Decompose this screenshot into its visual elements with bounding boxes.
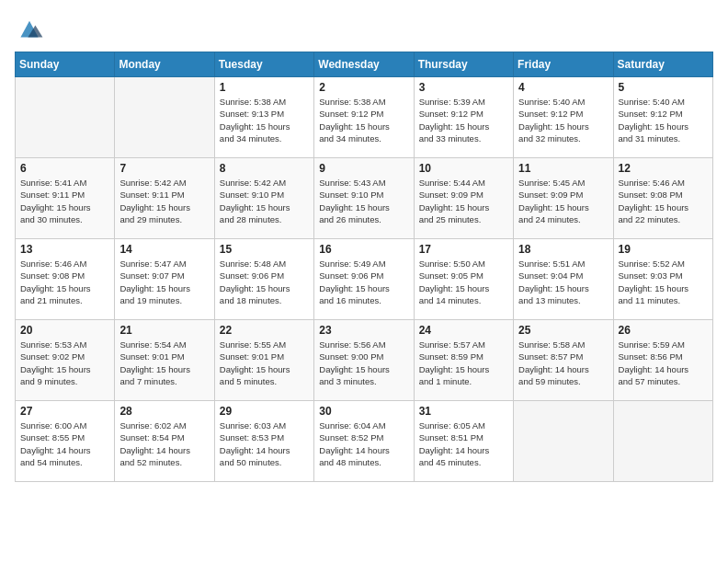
day-info: Sunrise: 6:02 AM Sunset: 8:54 PM Dayligh… bbox=[119, 419, 209, 468]
day-number: 29 bbox=[220, 405, 309, 418]
calendar-cell: 20Sunrise: 5:53 AM Sunset: 9:02 PM Dayli… bbox=[16, 320, 115, 401]
calendar-cell bbox=[115, 77, 214, 158]
day-info: Sunrise: 5:41 AM Sunset: 9:11 PM Dayligh… bbox=[20, 177, 109, 225]
calendar-cell: 15Sunrise: 5:48 AM Sunset: 9:06 PM Dayli… bbox=[214, 239, 313, 320]
calendar-cell: 22Sunrise: 5:55 AM Sunset: 9:01 PM Dayli… bbox=[214, 320, 313, 401]
calendar-cell: 27Sunrise: 6:00 AM Sunset: 8:55 PM Dayli… bbox=[16, 401, 115, 482]
day-number: 24 bbox=[419, 324, 508, 337]
day-number: 22 bbox=[220, 324, 309, 337]
calendar-cell: 30Sunrise: 6:04 AM Sunset: 8:52 PM Dayli… bbox=[314, 401, 414, 482]
day-number: 1 bbox=[220, 81, 309, 94]
calendar-cell: 10Sunrise: 5:44 AM Sunset: 9:09 PM Dayli… bbox=[414, 158, 513, 239]
day-info: Sunrise: 5:45 AM Sunset: 9:09 PM Dayligh… bbox=[518, 177, 608, 225]
weekday-header-sunday: Sunday bbox=[16, 52, 115, 77]
day-number: 16 bbox=[319, 243, 408, 256]
calendar-cell: 3Sunrise: 5:39 AM Sunset: 9:12 PM Daylig… bbox=[414, 77, 513, 158]
calendar-cell: 6Sunrise: 5:41 AM Sunset: 9:11 PM Daylig… bbox=[16, 158, 115, 239]
calendar-cell: 25Sunrise: 5:58 AM Sunset: 8:57 PM Dayli… bbox=[514, 320, 613, 401]
day-info: Sunrise: 5:59 AM Sunset: 8:56 PM Dayligh… bbox=[619, 339, 708, 387]
week-row-2: 6Sunrise: 5:41 AM Sunset: 9:11 PM Daylig… bbox=[16, 158, 713, 239]
day-info: Sunrise: 5:40 AM Sunset: 9:12 PM Dayligh… bbox=[619, 96, 708, 144]
day-number: 13 bbox=[20, 243, 109, 256]
day-info: Sunrise: 6:03 AM Sunset: 8:53 PM Dayligh… bbox=[220, 419, 309, 468]
day-number: 25 bbox=[518, 324, 608, 337]
day-number: 11 bbox=[518, 162, 608, 175]
day-number: 28 bbox=[119, 405, 209, 418]
day-info: Sunrise: 5:56 AM Sunset: 9:00 PM Dayligh… bbox=[319, 339, 408, 387]
calendar-cell: 18Sunrise: 5:51 AM Sunset: 9:04 PM Dayli… bbox=[514, 239, 613, 320]
day-number: 8 bbox=[220, 162, 309, 175]
day-number: 17 bbox=[419, 243, 508, 256]
weekday-header-monday: Monday bbox=[115, 52, 214, 77]
day-info: Sunrise: 5:58 AM Sunset: 8:57 PM Dayligh… bbox=[518, 339, 608, 387]
day-info: Sunrise: 5:38 AM Sunset: 9:13 PM Dayligh… bbox=[220, 96, 309, 144]
day-number: 15 bbox=[220, 243, 309, 256]
calendar-cell: 14Sunrise: 5:47 AM Sunset: 9:07 PM Dayli… bbox=[115, 239, 214, 320]
week-row-5: 27Sunrise: 6:00 AM Sunset: 8:55 PM Dayli… bbox=[16, 401, 713, 482]
calendar-cell: 26Sunrise: 5:59 AM Sunset: 8:56 PM Dayli… bbox=[613, 320, 712, 401]
day-info: Sunrise: 5:42 AM Sunset: 9:10 PM Dayligh… bbox=[220, 177, 309, 225]
day-info: Sunrise: 5:43 AM Sunset: 9:10 PM Dayligh… bbox=[319, 177, 408, 225]
calendar-cell: 7Sunrise: 5:42 AM Sunset: 9:11 PM Daylig… bbox=[115, 158, 214, 239]
day-number: 30 bbox=[319, 405, 408, 418]
calendar-cell: 4Sunrise: 5:40 AM Sunset: 9:12 PM Daylig… bbox=[514, 77, 613, 158]
calendar-header: SundayMondayTuesdayWednesdayThursdayFrid… bbox=[16, 52, 713, 77]
calendar-cell: 8Sunrise: 5:42 AM Sunset: 9:10 PM Daylig… bbox=[214, 158, 313, 239]
day-info: Sunrise: 5:49 AM Sunset: 9:06 PM Dayligh… bbox=[319, 258, 408, 306]
day-number: 31 bbox=[419, 405, 508, 418]
day-info: Sunrise: 5:53 AM Sunset: 9:02 PM Dayligh… bbox=[20, 339, 109, 387]
calendar-cell: 13Sunrise: 5:46 AM Sunset: 9:08 PM Dayli… bbox=[16, 239, 115, 320]
weekday-header-thursday: Thursday bbox=[414, 52, 513, 77]
calendar-cell: 9Sunrise: 5:43 AM Sunset: 9:10 PM Daylig… bbox=[314, 158, 414, 239]
calendar-cell: 12Sunrise: 5:46 AM Sunset: 9:08 PM Dayli… bbox=[613, 158, 712, 239]
calendar-cell: 17Sunrise: 5:50 AM Sunset: 9:05 PM Dayli… bbox=[414, 239, 513, 320]
day-number: 5 bbox=[619, 81, 708, 94]
day-number: 26 bbox=[619, 324, 708, 337]
day-info: Sunrise: 5:46 AM Sunset: 9:08 PM Dayligh… bbox=[20, 258, 109, 306]
calendar-cell bbox=[514, 401, 613, 482]
calendar-cell: 19Sunrise: 5:52 AM Sunset: 9:03 PM Dayli… bbox=[613, 239, 712, 320]
day-number: 23 bbox=[319, 324, 408, 337]
day-number: 7 bbox=[119, 162, 209, 175]
day-number: 18 bbox=[518, 243, 608, 256]
day-info: Sunrise: 5:42 AM Sunset: 9:11 PM Dayligh… bbox=[119, 177, 209, 225]
day-info: Sunrise: 6:05 AM Sunset: 8:51 PM Dayligh… bbox=[419, 419, 508, 468]
day-info: Sunrise: 5:39 AM Sunset: 9:12 PM Dayligh… bbox=[419, 96, 508, 144]
day-info: Sunrise: 5:40 AM Sunset: 9:12 PM Dayligh… bbox=[518, 96, 608, 144]
calendar-table: SundayMondayTuesdayWednesdayThursdayFrid… bbox=[15, 52, 713, 482]
page-header bbox=[15, 15, 713, 40]
calendar-cell: 24Sunrise: 5:57 AM Sunset: 8:59 PM Dayli… bbox=[414, 320, 513, 401]
calendar-cell: 2Sunrise: 5:38 AM Sunset: 9:12 PM Daylig… bbox=[314, 77, 414, 158]
day-number: 6 bbox=[20, 162, 109, 175]
calendar-cell: 23Sunrise: 5:56 AM Sunset: 9:00 PM Dayli… bbox=[314, 320, 414, 401]
day-info: Sunrise: 5:50 AM Sunset: 9:05 PM Dayligh… bbox=[419, 258, 508, 306]
logo bbox=[15, 15, 48, 40]
calendar-cell: 29Sunrise: 6:03 AM Sunset: 8:53 PM Dayli… bbox=[214, 401, 313, 482]
header-row: SundayMondayTuesdayWednesdayThursdayFrid… bbox=[16, 52, 713, 77]
weekday-header-saturday: Saturday bbox=[613, 52, 712, 77]
calendar-cell bbox=[16, 77, 115, 158]
day-number: 21 bbox=[119, 324, 209, 337]
day-number: 14 bbox=[119, 243, 209, 256]
weekday-header-tuesday: Tuesday bbox=[214, 52, 313, 77]
day-info: Sunrise: 5:57 AM Sunset: 8:59 PM Dayligh… bbox=[419, 339, 508, 387]
day-number: 27 bbox=[20, 405, 109, 418]
day-number: 19 bbox=[619, 243, 708, 256]
day-number: 9 bbox=[319, 162, 408, 175]
week-row-1: 1Sunrise: 5:38 AM Sunset: 9:13 PM Daylig… bbox=[16, 77, 713, 158]
day-number: 20 bbox=[20, 324, 109, 337]
day-number: 3 bbox=[419, 81, 508, 94]
logo-icon bbox=[15, 15, 44, 40]
weekday-header-wednesday: Wednesday bbox=[314, 52, 414, 77]
day-number: 10 bbox=[419, 162, 508, 175]
calendar-cell: 11Sunrise: 5:45 AM Sunset: 9:09 PM Dayli… bbox=[514, 158, 613, 239]
day-info: Sunrise: 6:04 AM Sunset: 8:52 PM Dayligh… bbox=[319, 419, 408, 468]
calendar-cell: 31Sunrise: 6:05 AM Sunset: 8:51 PM Dayli… bbox=[414, 401, 513, 482]
calendar-cell: 21Sunrise: 5:54 AM Sunset: 9:01 PM Dayli… bbox=[115, 320, 214, 401]
week-row-3: 13Sunrise: 5:46 AM Sunset: 9:08 PM Dayli… bbox=[16, 239, 713, 320]
calendar-body: 1Sunrise: 5:38 AM Sunset: 9:13 PM Daylig… bbox=[16, 77, 713, 482]
day-number: 2 bbox=[319, 81, 408, 94]
day-number: 12 bbox=[619, 162, 708, 175]
calendar-cell bbox=[613, 401, 712, 482]
week-row-4: 20Sunrise: 5:53 AM Sunset: 9:02 PM Dayli… bbox=[16, 320, 713, 401]
